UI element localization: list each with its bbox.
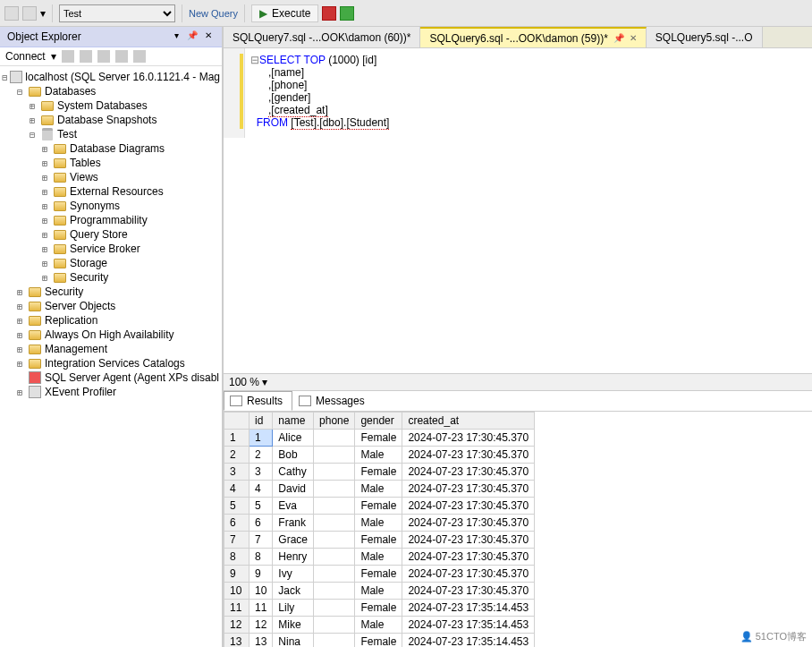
cell[interactable]: Nina [273,634,314,648]
column-header[interactable] [224,413,250,430]
column-header[interactable]: created_at [402,413,535,430]
cell[interactable] [314,600,355,617]
cell[interactable]: Henry [273,549,314,566]
cell[interactable]: 2024-07-23 17:30:45.370 [402,566,535,583]
row-number[interactable]: 13 [224,634,250,648]
row-number[interactable]: 6 [224,515,250,532]
cell[interactable]: Male [355,549,402,566]
cell[interactable]: Jack [273,583,314,600]
tree-node[interactable]: ⊞Tables [2,156,220,170]
column-header[interactable]: name [273,413,314,430]
dropdown-icon[interactable]: ▾ [170,30,182,43]
cell[interactable]: Female [355,566,402,583]
filter-icon[interactable] [133,50,146,63]
tree-node[interactable]: ⊞Server Objects [2,299,220,313]
cell[interactable]: 2 [250,447,273,464]
expand-icon[interactable]: ⊞ [14,359,25,369]
results-tab[interactable]: Results [224,391,292,411]
tree-node[interactable]: ⊞Replication [2,313,220,328]
expand-icon[interactable]: ⊞ [14,345,25,354]
row-number[interactable]: 2 [224,447,250,464]
expand-icon[interactable]: ⊞ [27,101,38,111]
tree-node[interactable]: ⊞Service Broker [2,242,220,256]
cell[interactable] [314,464,355,481]
cell[interactable]: 2024-07-23 17:30:45.370 [402,515,535,532]
cell[interactable]: Female [355,634,402,648]
cell[interactable]: 2024-07-23 17:35:14.453 [402,617,535,634]
cell[interactable]: Grace [273,532,314,549]
column-header[interactable]: gender [355,413,402,430]
disconnect-icon[interactable] [80,50,92,63]
cell[interactable]: 2024-07-23 17:30:45.370 [402,430,535,447]
table-row[interactable]: 11AliceFemale2024-07-23 17:30:45.370 [224,430,535,447]
cell[interactable]: Female [355,430,402,447]
expand-icon[interactable]: ⊞ [39,216,50,226]
row-number[interactable]: 9 [224,566,250,583]
cell[interactable] [314,549,355,566]
cell[interactable] [314,481,355,498]
table-row[interactable]: 77GraceFemale2024-07-23 17:30:45.370 [224,532,535,549]
pin-icon[interactable]: 📌 [186,30,199,43]
cell[interactable] [314,583,355,600]
cell[interactable]: Male [355,617,402,634]
cell[interactable]: 2024-07-23 17:30:45.370 [402,583,535,600]
table-row[interactable]: 88HenryMale2024-07-23 17:30:45.370 [224,549,535,566]
object-explorer-tree[interactable]: ⊟localhost (SQL Server 16.0.1121.4 - Mag… [0,66,222,647]
cell[interactable]: Lily [273,600,314,617]
cell[interactable]: Frank [273,515,314,532]
cell[interactable] [314,430,355,447]
toolbar-icon[interactable] [4,6,19,21]
history-dropdown[interactable]: ▾ [40,7,46,20]
cell[interactable]: 13 [250,634,273,648]
table-row[interactable]: 44DavidMale2024-07-23 17:30:45.370 [224,481,535,498]
cell[interactable]: 2024-07-23 17:30:45.370 [402,549,535,566]
cell[interactable]: 2024-07-23 17:30:45.370 [402,481,535,498]
cell[interactable]: Female [355,532,402,549]
row-number[interactable]: 5 [224,498,250,515]
results-grid[interactable]: idnamephonegendercreated_at 11AliceFemal… [224,412,535,647]
file-tab[interactable]: SQLQuery5.sql -...O [647,27,763,47]
tree-node[interactable]: ⊞Database Snapshots [2,113,220,127]
tree-node[interactable]: ⊞Management [2,342,220,356]
stop-icon[interactable] [322,6,336,21]
close-icon[interactable]: ✕ [630,33,637,43]
row-number[interactable]: 8 [224,549,250,566]
row-number[interactable]: 10 [224,583,250,600]
cell[interactable]: 8 [250,549,273,566]
cell[interactable]: 2024-07-23 17:30:45.370 [402,447,535,464]
table-row[interactable]: 99IvyFemale2024-07-23 17:30:45.370 [224,566,535,583]
expand-icon[interactable]: ⊟ [14,87,25,97]
row-number[interactable]: 11 [224,600,250,617]
close-icon[interactable]: ✕ [202,30,215,43]
table-row[interactable]: 1111LilyFemale2024-07-23 17:35:14.453 [224,600,535,617]
cell[interactable] [314,447,355,464]
expand-icon[interactable]: ⊞ [14,302,25,311]
row-number[interactable]: 4 [224,481,250,498]
cell[interactable]: Ivy [273,566,314,583]
pin-icon[interactable]: 📌 [613,33,624,43]
tree-node[interactable]: ⊞Security [2,285,220,299]
row-number[interactable]: 7 [224,532,250,549]
toolbar-icon[interactable] [22,6,37,21]
tree-node[interactable]: ⊟Test [2,127,220,141]
cell[interactable]: 2024-07-23 17:30:45.370 [402,532,535,549]
table-row[interactable]: 1212MikeMale2024-07-23 17:35:14.453 [224,617,535,634]
zoom-bar[interactable]: 100 % ▾ [224,373,812,391]
tree-node[interactable]: ⊞Programmability [2,213,220,227]
tree-node[interactable]: SQL Server Agent (Agent XPs disabl [2,370,220,385]
cell[interactable]: Female [355,600,402,617]
cell[interactable]: Male [355,447,402,464]
dropdown-icon[interactable]: ▾ [262,376,267,388]
expand-icon[interactable]: ⊞ [39,273,50,283]
tree-node[interactable]: ⊞Always On High Availability [2,328,220,342]
cell[interactable] [314,634,355,648]
tree-node[interactable]: ⊞Database Diagrams [2,141,220,156]
database-selector[interactable]: Test [59,4,175,22]
expand-icon[interactable]: ⊟ [27,130,38,140]
cell[interactable] [314,532,355,549]
cell[interactable] [314,566,355,583]
results-grid-wrapper[interactable]: idnamephonegendercreated_at 11AliceFemal… [224,412,812,647]
tree-node[interactable]: ⊞Integration Services Catalogs [2,356,220,370]
expand-icon[interactable]: ⊞ [39,244,50,254]
expand-icon[interactable]: ⊞ [14,316,25,326]
